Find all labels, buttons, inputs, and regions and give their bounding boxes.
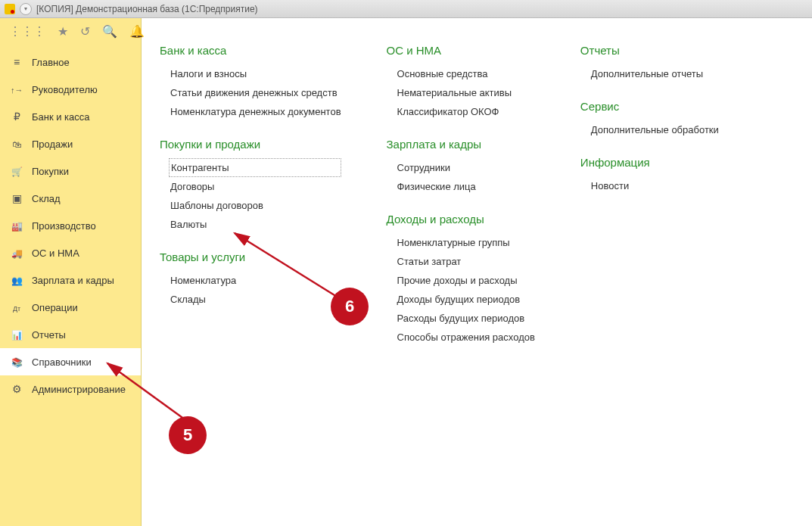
books-icon: [11, 356, 23, 368]
sidebar-item-label: ОС и НМА: [32, 247, 79, 259]
section-link[interactable]: Номенклатура: [160, 271, 341, 290]
section-link[interactable]: Контрагенты: [169, 158, 341, 177]
history-icon[interactable]: ↺: [80, 24, 90, 39]
sidebar-item-11[interactable]: Справочники: [0, 348, 141, 375]
section-link[interactable]: Договоры: [160, 177, 341, 196]
sidebar-item-10[interactable]: Отчеты: [0, 321, 141, 348]
sidebar-item-label: Руководителю: [32, 84, 98, 95]
section-title[interactable]: Товары и услуги: [160, 251, 341, 263]
section-link[interactable]: Валюты: [160, 215, 341, 234]
section-link[interactable]: Расходы будущих периодов: [387, 309, 535, 328]
section-link[interactable]: Способы отражения расходов: [387, 328, 535, 347]
app-logo-icon: [5, 4, 15, 14]
chart-icon: [11, 83, 23, 95]
sidebar-item-12[interactable]: Администрирование: [0, 375, 141, 403]
app-body: ⋮⋮⋮ ★ ↺ 🔍 🔔 ГлавноеРуководителюБанк и ка…: [0, 18, 812, 526]
sidebar-item-label: Продажи: [32, 139, 73, 150]
section-title[interactable]: Доходы и расходы: [387, 213, 535, 226]
sidebar-item-label: Операции: [32, 302, 78, 313]
truck-icon: [11, 247, 23, 259]
section-link[interactable]: Склады: [160, 290, 341, 309]
gear-icon: [11, 383, 23, 395]
sidebar-item-4[interactable]: Покупки: [0, 157, 141, 185]
section-link[interactable]: Налоги и взносы: [160, 64, 341, 83]
sidebar-item-1[interactable]: Руководителю: [0, 76, 141, 103]
window-title: [КОПИЯ] Демонстрационная база (1С:Предпр…: [36, 4, 258, 14]
grid-icon[interactable]: ⋮⋮⋮: [9, 24, 45, 39]
sidebar-item-label: Производство: [32, 220, 96, 232]
sidebar-item-7[interactable]: ОС и НМА: [0, 239, 141, 266]
report-icon: [11, 328, 23, 341]
section-link[interactable]: Прочие доходы и расходы: [387, 271, 535, 290]
sidebar-item-label: Склад: [32, 193, 61, 204]
factory-icon: [11, 219, 23, 232]
section-link[interactable]: Номенклатура денежных документов: [160, 102, 341, 121]
section-title[interactable]: ОС и НМА: [387, 44, 535, 57]
sidebar-item-label: Отчеты: [32, 329, 66, 341]
star-icon[interactable]: ★: [58, 24, 68, 39]
search-icon[interactable]: 🔍: [102, 24, 117, 39]
section-link[interactable]: Нематериальные активы: [387, 83, 535, 102]
section-link[interactable]: Основные средства: [387, 64, 535, 83]
section-link[interactable]: Дополнительные обработки: [580, 120, 719, 139]
section-link[interactable]: Сотрудники: [387, 158, 535, 177]
bag-icon: [11, 138, 23, 150]
annotation-badge-6: 6: [331, 288, 369, 325]
section-link[interactable]: Статьи затрат: [387, 252, 535, 271]
sidebar-item-label: Зарплата и кадры: [32, 275, 114, 286]
titlebar: ▾ [КОПИЯ] Демонстрационная база (1С:Пред…: [0, 0, 812, 18]
cart-icon: [11, 165, 23, 177]
section-title[interactable]: Банк и касса: [160, 44, 341, 57]
content-area: Банк и кассаНалоги и взносыСтатьи движен…: [142, 18, 812, 526]
window-dropdown-icon[interactable]: ▾: [20, 3, 32, 15]
section-link[interactable]: Физические лица: [387, 177, 535, 196]
section-link[interactable]: Классификатор ОКОФ: [387, 102, 535, 121]
people-icon: [11, 274, 23, 286]
ops-icon: [11, 301, 23, 313]
sidebar-item-label: Справочники: [32, 356, 92, 368]
warehouse-icon: [11, 192, 23, 204]
sidebar-item-8[interactable]: Зарплата и кадры: [0, 266, 141, 294]
ruble-icon: [11, 110, 23, 123]
section-link[interactable]: Дополнительные отчеты: [580, 64, 719, 83]
sidebar-item-3[interactable]: Продажи: [0, 130, 141, 157]
section-link[interactable]: Новости: [580, 176, 719, 195]
sidebar-item-6[interactable]: Производство: [0, 212, 141, 239]
content-column-1: ОС и НМАОсновные средстваНематериальные …: [387, 44, 535, 500]
sidebar-item-9[interactable]: Операции: [0, 294, 141, 321]
section-link[interactable]: Доходы будущих периодов: [387, 290, 535, 309]
sidebar-item-label: Администрирование: [32, 384, 126, 395]
sidebar-item-label: Покупки: [32, 166, 69, 177]
sidebar-item-0[interactable]: Главное: [0, 48, 141, 76]
section-title[interactable]: Зарплата и кадры: [387, 138, 535, 151]
sidebar: ⋮⋮⋮ ★ ↺ 🔍 🔔 ГлавноеРуководителюБанк и ка…: [0, 18, 142, 526]
section-link[interactable]: Статьи движения денежных средств: [160, 83, 341, 102]
hamburger-icon: [11, 56, 23, 68]
content-column-2: ОтчетыДополнительные отчетыСервисДополни…: [580, 44, 719, 500]
sidebar-item-5[interactable]: Склад: [0, 185, 141, 212]
sidebar-item-label: Главное: [32, 57, 70, 68]
sidebar-item-label: Банк и касса: [32, 111, 90, 123]
section-title[interactable]: Покупки и продажи: [160, 138, 341, 151]
section-title[interactable]: Информация: [580, 156, 719, 169]
section-title[interactable]: Отчеты: [580, 44, 719, 57]
section-link[interactable]: Шаблоны договоров: [160, 196, 341, 215]
section-link[interactable]: Номенклатурные группы: [387, 233, 535, 252]
section-title[interactable]: Сервис: [580, 100, 719, 113]
annotation-badge-5: 5: [169, 416, 207, 454]
nav-list: ГлавноеРуководителюБанк и кассаПродажиПо…: [0, 44, 141, 403]
sidebar-item-2[interactable]: Банк и касса: [0, 103, 141, 130]
sidebar-toolbar: ⋮⋮⋮ ★ ↺ 🔍 🔔: [0, 18, 141, 44]
